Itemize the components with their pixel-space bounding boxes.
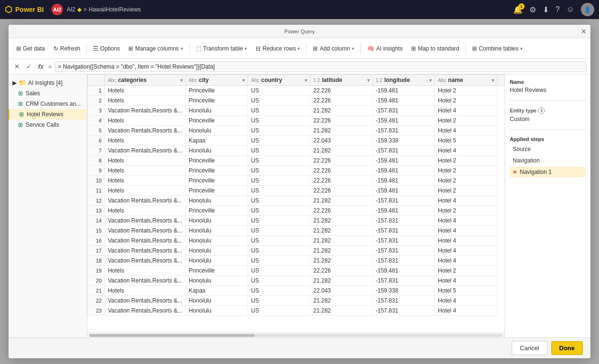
applied-step-source[interactable]: Source: [510, 144, 586, 154]
row-number: 20: [88, 276, 105, 286]
table-row: 18Vacation Rentals,Resorts &...HonoluluU…: [88, 256, 505, 266]
cell-city: Honolulu: [186, 256, 248, 266]
cell-city: Honolulu: [186, 246, 248, 256]
cell-categories: Hotels: [105, 96, 186, 106]
workspace-avatar: AI2: [52, 4, 63, 15]
table-row: 13HotelsPrincevilleUS22.226-159.481Hotel…: [88, 206, 505, 216]
cell-latitude: 21.282: [310, 146, 373, 156]
done-button[interactable]: Done: [551, 341, 583, 355]
refresh-button[interactable]: ↻ Refresh: [50, 43, 84, 54]
download-icon[interactable]: ⬇: [543, 5, 549, 14]
cell-latitude: 22.226: [310, 266, 373, 276]
toolbar-sep-5: [465, 43, 466, 54]
row-number: 12: [88, 196, 105, 206]
column-label: country: [261, 77, 282, 83]
cell-name: Hotel 4: [435, 216, 497, 226]
modal-close-button[interactable]: ✕: [581, 28, 587, 35]
column-filter-icon[interactable]: ▾: [180, 78, 183, 83]
cell-city: Princeville: [186, 266, 248, 276]
cell-name: Hotel 4: [435, 296, 497, 306]
column-filter-icon[interactable]: ▾: [242, 78, 245, 83]
settings-icon[interactable]: ⚙: [529, 5, 536, 14]
column-label: categories: [118, 77, 146, 83]
cell-city: Princeville: [186, 116, 248, 126]
sidebar-item-crm[interactable]: ⊞CRM Customers an...: [9, 99, 87, 109]
get-data-button[interactable]: ⊞ Get data: [12, 43, 49, 54]
sidebar-group-ai-insights[interactable]: ▶ 📁 AI insights [4]: [9, 77, 87, 88]
column-type: 1.2: [313, 78, 320, 83]
table-row: 19HotelsPrincevilleUS22.226-159.481Hotel…: [88, 266, 505, 276]
sidebar-item-hotel-reviews[interactable]: ⊞Hotel Reviews: [9, 109, 87, 120]
sidebar-item-service-calls[interactable]: ⊞Service Calls: [9, 120, 87, 130]
user-avatar[interactable]: 👤: [581, 3, 594, 16]
applied-step-navigation[interactable]: Navigation: [510, 155, 586, 166]
cell-country: US: [248, 266, 310, 276]
column-header-name[interactable]: Abcname▾: [435, 75, 497, 86]
applied-step-navigation1[interactable]: ✕Navigation 1: [510, 167, 586, 177]
column-type: 1.2: [376, 78, 382, 83]
column-filter-icon[interactable]: ▾: [492, 78, 494, 83]
data-table-wrapper[interactable]: Abccategories▾Abccity▾Abccountry▾1.2lati…: [87, 74, 505, 333]
table-row: 6HotelsKapaaUS22.043-159.338Hotel 5: [88, 136, 505, 146]
column-filter-icon[interactable]: ▾: [429, 78, 432, 83]
ai-insights-button[interactable]: 🧠 AI insights: [363, 43, 406, 54]
cell-categories: Hotels: [105, 266, 186, 276]
toolbar-sep-1: [86, 43, 87, 54]
column-header-longitude[interactable]: 1.2longitude▾: [372, 75, 435, 86]
cell-country: US: [248, 306, 310, 316]
cell-country: US: [248, 146, 310, 156]
reduce-rows-button[interactable]: ⊟ Reduce rows ▾: [252, 43, 304, 54]
notification-bell[interactable]: 🔔 1: [513, 5, 523, 14]
entity-type-label: Entity type ℹ: [510, 107, 586, 114]
cell-longitude: -157.831: [372, 226, 435, 236]
cell-country: US: [248, 156, 310, 166]
combine-tables-button[interactable]: ⊞ Combine tables ▾: [468, 43, 527, 54]
cell-latitude: 21.282: [310, 126, 373, 136]
modal-footer: Cancel Done: [9, 337, 590, 358]
cancel-formula-button[interactable]: ✕: [12, 62, 21, 71]
step-delete-icon[interactable]: ✕: [513, 169, 517, 175]
function-button[interactable]: fx: [36, 62, 46, 71]
column-header-categories[interactable]: Abccategories▾: [105, 75, 186, 86]
applied-steps-list: SourceNavigation✕Navigation 1: [510, 144, 586, 177]
confirm-formula-button[interactable]: ✓: [24, 62, 33, 71]
row-number: 11: [88, 186, 105, 196]
options-button[interactable]: ☰ Options: [89, 43, 124, 54]
refresh-icon: ↻: [53, 45, 58, 52]
row-number: 8: [88, 156, 105, 166]
column-type: Abc: [108, 78, 116, 83]
cell-country: US: [248, 96, 310, 106]
column-header-city[interactable]: Abccity▾: [186, 75, 248, 86]
sidebar-items: ⊞Sales⊞CRM Customers an...⊞Hotel Reviews…: [9, 88, 87, 130]
map-to-standard-button[interactable]: ⊞ Map to standard: [407, 43, 463, 54]
cell-name: Hotel 4: [435, 276, 497, 286]
cell-latitude: 22.226: [310, 166, 373, 176]
formula-input[interactable]: [55, 61, 587, 72]
horizontal-scrollbar[interactable]: [87, 333, 505, 337]
cell-country: US: [248, 256, 310, 266]
column-header-latitude[interactable]: 1.2latitude▾: [310, 75, 373, 86]
cell-city: Honolulu: [186, 276, 248, 286]
sidebar-item-sales[interactable]: ⊞Sales: [9, 88, 87, 99]
cell-city: Honolulu: [186, 236, 248, 246]
transform-table-button[interactable]: ⬚ Transform table ▾: [192, 43, 251, 54]
cell-categories: Vacation Rentals,Resorts &...: [105, 146, 186, 156]
cell-categories: Vacation Rentals,Resorts &...: [105, 196, 186, 206]
cell-city: Honolulu: [186, 296, 248, 306]
table-icon: ⊞: [18, 121, 23, 128]
cancel-button[interactable]: Cancel: [512, 341, 547, 355]
cell-name: Hotel 4: [435, 196, 497, 206]
help-icon[interactable]: ?: [556, 5, 560, 14]
emoji-icon[interactable]: ☺: [567, 5, 574, 14]
cell-categories: Hotels: [105, 116, 186, 126]
sidebar-item-label: Service Calls: [26, 121, 59, 128]
cell-name: Hotel 4: [435, 256, 497, 266]
column-filter-icon[interactable]: ▾: [367, 78, 370, 83]
manage-columns-button[interactable]: ⊞ Manage columns ▾: [124, 43, 186, 54]
column-header-country[interactable]: Abccountry▾: [248, 75, 310, 86]
cell-city: Honolulu: [186, 226, 248, 236]
table-row: 9HotelsPrincevilleUS22.226-159.481Hotel …: [88, 166, 505, 176]
column-filter-icon[interactable]: ▾: [305, 78, 307, 83]
entity-type-info-icon[interactable]: ℹ: [538, 107, 545, 114]
add-column-button[interactable]: ⊞ Add column ▾: [309, 43, 358, 54]
